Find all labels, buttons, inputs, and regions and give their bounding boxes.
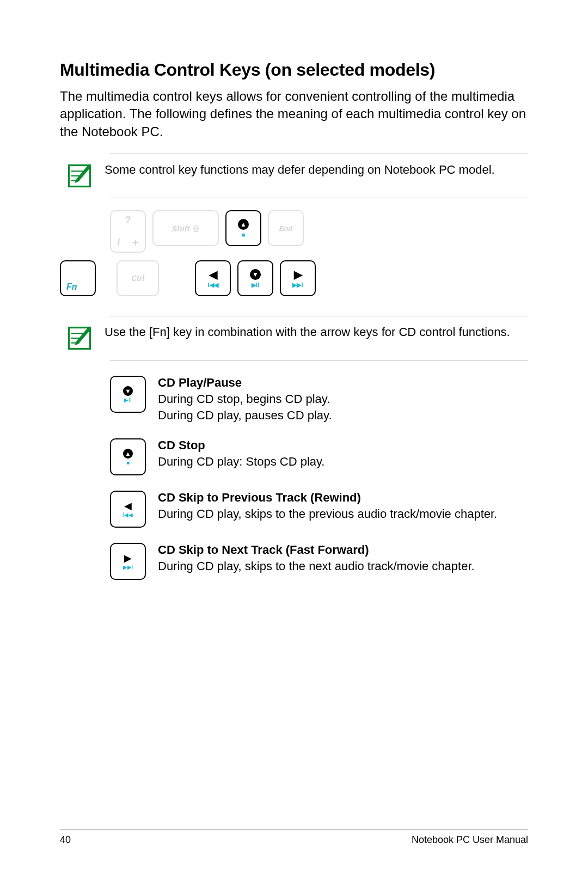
key-arrow-up: ▲ ■	[225, 210, 261, 246]
manual-title: Notebook PC User Manual	[412, 834, 528, 846]
function-title: CD Skip to Next Track (Fast Forward)	[158, 543, 369, 557]
key-arrow-right: ▶ ▶▶I	[280, 260, 316, 296]
note-1: Some control key functions may defer dep…	[60, 158, 528, 193]
arrow-up-icon: ▲	[238, 219, 249, 230]
key-end: End	[268, 210, 304, 246]
note-2: Use the [Fn] key in combination with the…	[60, 321, 528, 356]
function-title: CD Skip to Previous Track (Rewind)	[158, 491, 361, 504]
function-body: During CD play: Stops CD play.	[158, 455, 325, 468]
function-body: During CD play, skips to the next audio …	[158, 559, 475, 573]
function-next-track: ▶ ▶▶I CD Skip to Next Track (Fast Forwar…	[110, 542, 528, 580]
key-arrow-down: ▼ ▶II	[237, 260, 273, 296]
note-icon	[65, 162, 94, 190]
play-pause-icon: ▶II	[252, 282, 259, 288]
divider	[110, 198, 528, 198]
page-title: Multimedia Control Keys (on selected mod…	[60, 60, 528, 80]
function-body: During CD play, skips to the previous au…	[158, 507, 497, 521]
key-prev-icon: ◀ I◀◀	[110, 491, 146, 528]
key-stop-icon: ▲ ■	[110, 438, 146, 475]
divider	[110, 316, 528, 316]
arrow-left-icon: ◀	[209, 269, 217, 280]
footer-divider	[60, 829, 528, 830]
key-shift: Shift	[152, 210, 219, 246]
function-prev-track: ◀ I◀◀ CD Skip to Previous Track (Rewind)…	[110, 490, 528, 528]
key-slash: ? / +	[110, 210, 146, 253]
keyboard-diagram: ? / + Shift ▲ ■ End Fn	[60, 203, 528, 311]
function-play-pause: ▼ ▶II CD Play/Pause During CD stop, begi…	[110, 375, 528, 423]
key-next-icon: ▶ ▶▶I	[110, 543, 146, 580]
prev-track-icon: I◀◀	[207, 282, 218, 288]
page-number: 40	[60, 834, 71, 846]
arrow-right-icon: ▶	[294, 269, 302, 280]
arrow-down-icon: ▼	[250, 269, 261, 280]
key-arrow-left: ◀ I◀◀	[195, 260, 231, 296]
function-title: CD Play/Pause	[158, 376, 242, 389]
divider	[110, 154, 528, 154]
note-1-text: Some control key functions may defer dep…	[105, 161, 495, 178]
intro-paragraph: The multimedia control keys allows for c…	[60, 88, 528, 140]
note-2-text: Use the [Fn] key in combination with the…	[105, 323, 510, 340]
stop-icon: ■	[242, 232, 246, 238]
function-stop: ▲ ■ CD Stop During CD play: Stops CD pla…	[110, 437, 528, 475]
key-play-pause-icon: ▼ ▶II	[110, 376, 146, 413]
key-ctrl: Ctrl	[117, 260, 159, 296]
next-track-icon: ▶▶I	[292, 282, 303, 288]
divider	[110, 360, 528, 360]
function-title: CD Stop	[158, 438, 205, 452]
note-icon	[65, 324, 94, 352]
function-body: During CD stop, begins CD play. During C…	[158, 392, 332, 422]
key-fn: Fn	[60, 260, 96, 296]
